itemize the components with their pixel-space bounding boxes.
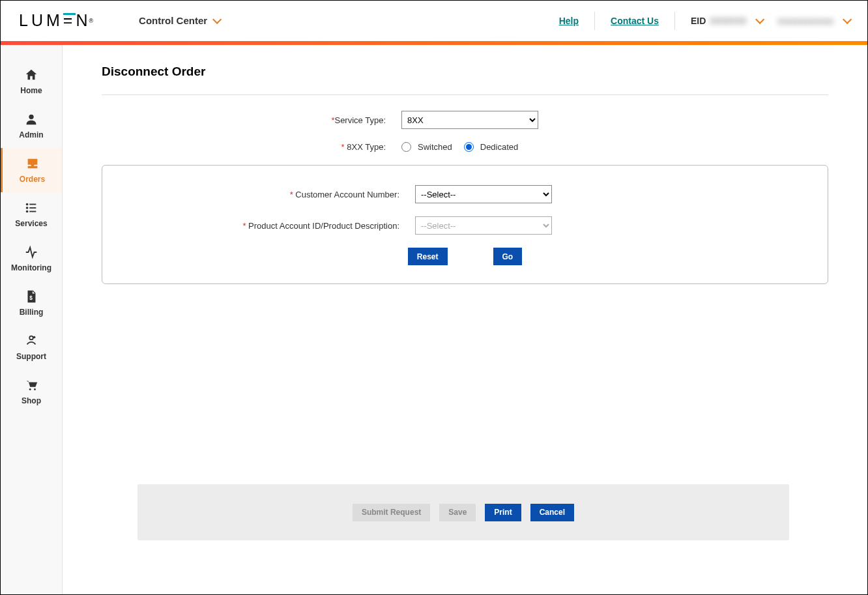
print-button[interactable]: Print xyxy=(485,504,521,521)
svg-rect-2 xyxy=(29,204,36,205)
required-asterisk: * xyxy=(341,142,347,152)
svg-point-10 xyxy=(29,388,31,390)
service-type-label: Service Type: xyxy=(334,115,386,125)
eightxx-type-row: * 8XX Type: Switched Dedicated xyxy=(102,142,828,152)
sidebar-item-billing[interactable]: $ Billing xyxy=(1,281,62,325)
footer-action-bar: Submit Request Save Print Cancel xyxy=(137,484,789,540)
go-button[interactable]: Go xyxy=(493,248,523,265)
reset-button[interactable]: Reset xyxy=(408,248,448,265)
contact-link[interactable]: Contact Us xyxy=(611,16,659,26)
sidebar-item-label: Orders xyxy=(20,175,45,184)
customer-account-label: Customer Account Number: xyxy=(295,190,399,199)
sidebar-item-label: Services xyxy=(15,219,47,228)
product-account-select[interactable]: --Select-- xyxy=(415,216,552,235)
header-right: Help Contact Us EID XXXXXX xxxxxxxxxxx xyxy=(559,12,849,30)
divider xyxy=(594,12,595,30)
list-icon xyxy=(24,201,38,215)
save-button[interactable]: Save xyxy=(439,504,476,521)
sidebar-item-orders[interactable]: Orders xyxy=(1,148,62,192)
svg-rect-6 xyxy=(29,211,36,212)
user-icon xyxy=(24,112,38,126)
help-link[interactable]: Help xyxy=(559,16,579,26)
logo: LUM=N® xyxy=(19,11,93,30)
user-value: xxxxxxxxxxx xyxy=(777,16,833,26)
product-account-row: * Product Account ID/Product Description… xyxy=(115,216,815,235)
svg-rect-4 xyxy=(29,207,36,209)
sidebar-item-label: Home xyxy=(20,86,42,95)
dedicated-label: Dedicated xyxy=(480,142,519,152)
eightxx-type-label: 8XX Type: xyxy=(347,142,386,152)
divider xyxy=(102,94,828,95)
cart-icon xyxy=(24,378,38,392)
chevron-down-icon xyxy=(755,14,764,23)
app-name: Control Center xyxy=(139,15,207,26)
switched-radio[interactable] xyxy=(401,142,411,152)
svg-point-8 xyxy=(29,336,33,340)
sidebar-item-admin[interactable]: Admin xyxy=(1,104,62,148)
svg-point-3 xyxy=(26,207,29,209)
svg-point-11 xyxy=(34,388,36,390)
svg-point-9 xyxy=(33,336,36,339)
app-switcher[interactable]: Control Center xyxy=(139,15,219,26)
activity-icon xyxy=(24,245,38,259)
header: LUM=N® Control Center Help Contact Us EI… xyxy=(1,1,867,41)
account-fieldset: * Customer Account Number: --Select-- * … xyxy=(102,165,828,284)
inner-button-row: Reset Go xyxy=(115,248,815,265)
sidebar-item-services[interactable]: Services xyxy=(1,192,62,237)
sidebar: Home Admin Orders Services Monitoring $ … xyxy=(1,45,63,594)
dedicated-radio[interactable] xyxy=(464,142,474,152)
service-type-row: *Service Type: 8XX xyxy=(102,111,828,129)
sidebar-item-shop[interactable]: Shop xyxy=(1,370,62,414)
service-type-select[interactable]: 8XX xyxy=(401,111,538,129)
main-content: Disconnect Order *Service Type: 8XX * 8X… xyxy=(63,45,867,594)
product-account-label: Product Account ID/Product Description: xyxy=(248,221,399,231)
invoice-icon: $ xyxy=(24,289,38,304)
inbox-icon xyxy=(25,156,40,171)
switched-label: Switched xyxy=(418,142,452,152)
eid-value: XXXXXX xyxy=(710,16,746,26)
svg-point-5 xyxy=(26,210,29,213)
customer-account-row: * Customer Account Number: --Select-- xyxy=(115,185,815,203)
eid-label: EID xyxy=(691,16,706,26)
required-asterisk: * xyxy=(290,190,296,199)
divider xyxy=(674,12,675,30)
svg-text:$: $ xyxy=(29,295,33,301)
sidebar-item-label: Monitoring xyxy=(11,263,51,272)
sidebar-item-label: Shop xyxy=(22,396,41,405)
chevron-down-icon xyxy=(212,14,222,23)
chevron-down-icon xyxy=(843,14,852,23)
sidebar-item-home[interactable]: Home xyxy=(1,59,62,104)
sidebar-item-support[interactable]: Support xyxy=(1,325,62,370)
submit-request-button[interactable]: Submit Request xyxy=(353,504,430,521)
home-icon xyxy=(24,68,38,82)
eid-dropdown[interactable]: EID XXXXXX xyxy=(691,16,762,26)
sidebar-item-monitoring[interactable]: Monitoring xyxy=(1,237,62,281)
customer-account-select[interactable]: --Select-- xyxy=(415,185,552,203)
sidebar-item-label: Billing xyxy=(20,308,44,317)
sidebar-item-label: Support xyxy=(16,352,46,361)
user-dropdown[interactable]: xxxxxxxxxxx xyxy=(777,16,849,26)
support-icon xyxy=(24,334,38,348)
required-asterisk: * xyxy=(242,221,248,231)
sidebar-item-label: Admin xyxy=(19,130,43,139)
cancel-button[interactable]: Cancel xyxy=(530,504,574,521)
svg-point-0 xyxy=(29,115,33,119)
svg-point-1 xyxy=(26,203,29,206)
page-title: Disconnect Order xyxy=(102,65,828,79)
